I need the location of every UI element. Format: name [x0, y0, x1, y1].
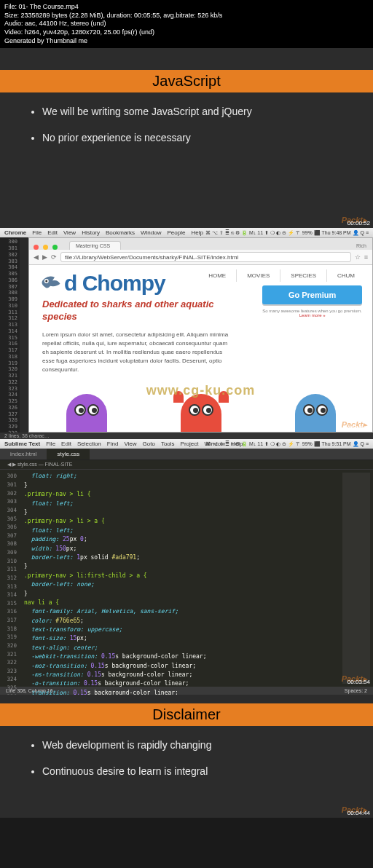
menubar-tray-icons: ⌘ ⌥ ⇧ ≣ ⎋ ⚙ 🔋 M↓ 11 ⬆ ❍ ◐ ⊝ ⚡ 〒 99% ⬛ Th…	[205, 229, 369, 237]
nav-movies[interactable]: MOVIES	[236, 269, 280, 282]
menu-help[interactable]: Help	[191, 229, 203, 236]
watermark-text: www.cg-ku.com	[146, 383, 255, 398]
meta-gen: Generated by Thumbnail me	[4, 37, 369, 46]
menu-tools[interactable]: Tools	[161, 441, 175, 447]
chrome-profile-name[interactable]: Rich	[350, 242, 372, 250]
browser-toolbar: ◀ ▶ ⟳ file:///Library/WebServer/Document…	[29, 250, 372, 265]
editor-breadcrumb: ◀ ▶ style.css — FINAL-SITE	[0, 460, 373, 470]
menu-edit[interactable]: Edit	[47, 229, 58, 236]
meta-file: File: 01- The Course.mp4	[4, 3, 369, 12]
slide2-bullet-1: Web development is rapidly changing	[42, 739, 350, 751]
whale-icon	[295, 394, 336, 432]
bg-editor-statusbar: 2 lines, 38 charac…	[0, 433, 373, 439]
site-body-text: Lorem ipsum dolor sit amet, consectetur …	[42, 331, 229, 374]
slide1-title: JavaScript	[0, 70, 373, 92]
editor-tab-index[interactable]: index.html	[0, 449, 47, 459]
nav-chum[interactable]: CHUM	[326, 269, 365, 282]
slide2-bullet-2: Continuous desire to learn is integral	[42, 765, 350, 777]
menu-selection[interactable]: Selection	[77, 441, 101, 447]
reload-icon[interactable]: ⟳	[51, 253, 57, 261]
code-content[interactable]: float: right; } .primary-nav > li { floa…	[20, 470, 339, 687]
back-icon[interactable]: ◀	[34, 253, 39, 261]
site-tagline: Dedicated to sharks and other aquatic sp…	[42, 299, 229, 323]
webpage-content: HOME MOVIES SPECIES CHUM d Chompy Go Pre…	[29, 265, 372, 432]
premium-learn-more[interactable]: Learn more »	[262, 313, 362, 317]
site-brand: d Chompy	[64, 271, 165, 296]
browser-tab[interactable]: Mastering CSS	[69, 241, 121, 250]
menu-bookmarks[interactable]: Bookmarks	[106, 229, 135, 236]
editor-line-gutter: 3003013023033043053063073083093103113123…	[0, 470, 20, 687]
go-premium-button[interactable]: Go Premium	[262, 285, 362, 304]
menu-history[interactable]: History	[82, 229, 100, 236]
minimap[interactable]	[342, 473, 370, 684]
nav-species[interactable]: SPECIES	[280, 269, 326, 282]
menu-project[interactable]: Project	[181, 441, 199, 447]
window-zoom-icon[interactable]	[52, 245, 58, 250]
window-minimize-icon[interactable]	[43, 245, 48, 250]
slide1-timestamp: 00:00:52	[348, 220, 370, 226]
octopus-icon	[66, 394, 107, 432]
browser-screenshot: 3003013023033043053063073083093103113123…	[0, 237, 373, 433]
slide1-bullet-2: No prior experience is necessary	[42, 132, 350, 143]
menubar-tray-icons: ⌘ ⌥ ⇧ ≣ ⎋ ⚙ 🔋 M↓ 11 ⬆ ❍ ◐ ⊝ ⚡ 〒 99% ⬛ Th…	[205, 441, 369, 448]
svg-point-1	[45, 280, 47, 283]
chrome-window: Mastering CSS Rich ◀ ▶ ⟳ file:///Library…	[28, 237, 373, 433]
menu-view[interactable]: View	[63, 229, 76, 236]
status-indent[interactable]: Spaces: 2	[345, 688, 367, 693]
menu-find[interactable]: Find	[107, 441, 119, 447]
editor-timestamp: 00:03:54	[348, 679, 370, 685]
editor-tabstrip: index.html style.css	[0, 449, 373, 460]
crab-icon	[181, 394, 221, 432]
browser-tabstrip: Mastering CSS Rich	[29, 238, 372, 250]
site-nav: HOME MOVIES SPECIES CHUM	[198, 269, 365, 282]
menu-people[interactable]: People	[167, 229, 185, 236]
star-icon[interactable]: ☆	[355, 253, 361, 261]
menu-view[interactable]: View	[124, 441, 136, 447]
menu-icon[interactable]: ≡	[364, 253, 368, 261]
meta-video: Video: h264, yuv420p, 1280x720, 25.00 fp…	[4, 28, 369, 37]
menu-window[interactable]: Window	[141, 229, 161, 236]
menu-file[interactable]: File	[46, 441, 55, 447]
browser-timestamp: 00:02:22	[348, 425, 370, 431]
shark-logo-icon	[39, 274, 61, 293]
slide1-bullet-1: We will be writing some JavaScript and j…	[42, 106, 350, 117]
menu-goto[interactable]: Goto	[143, 441, 155, 447]
slide-javascript: JavaScript We will be writing some JavaS…	[0, 48, 373, 228]
editor-tab-style[interactable]: style.css	[47, 449, 90, 459]
sublime-window: index.html style.css ◀ ▶ style.css — FIN…	[0, 449, 373, 695]
creature-row	[29, 392, 372, 432]
mac-menubar-chrome: Chrome File Edit View History Bookmarks …	[0, 228, 373, 237]
window-close-icon[interactable]	[34, 245, 39, 250]
meta-size: Size: 23358289 bytes (22.28 MiB), durati…	[4, 12, 369, 20]
meta-audio: Audio: aac, 44100 Hz, stereo (und)	[4, 20, 369, 28]
mac-menubar-sublime: Sublime Text File Edit Selection Find Vi…	[0, 439, 373, 449]
address-bar[interactable]: file:///Library/WebServer/Documents/shar…	[60, 252, 351, 262]
sublime-app-name: Sublime Text	[4, 441, 40, 447]
chrome-app-name: Chrome	[4, 229, 26, 236]
nav-home[interactable]: HOME	[198, 269, 236, 282]
menu-edit[interactable]: Edit	[61, 441, 71, 447]
slide2-timestamp: 00:04:44	[348, 810, 370, 816]
video-metadata-block: File: 01- The Course.mp4 Size: 23358289 …	[0, 0, 373, 48]
slide2-title: Disclaimer	[0, 703, 373, 726]
slide-disclaimer: Disclaimer Web development is rapidly ch…	[0, 695, 373, 818]
bg-editor-gutter: 3003013023033043053063073083093103113123…	[0, 237, 20, 433]
forward-icon[interactable]: ▶	[42, 253, 47, 261]
menu-file[interactable]: File	[32, 229, 42, 236]
